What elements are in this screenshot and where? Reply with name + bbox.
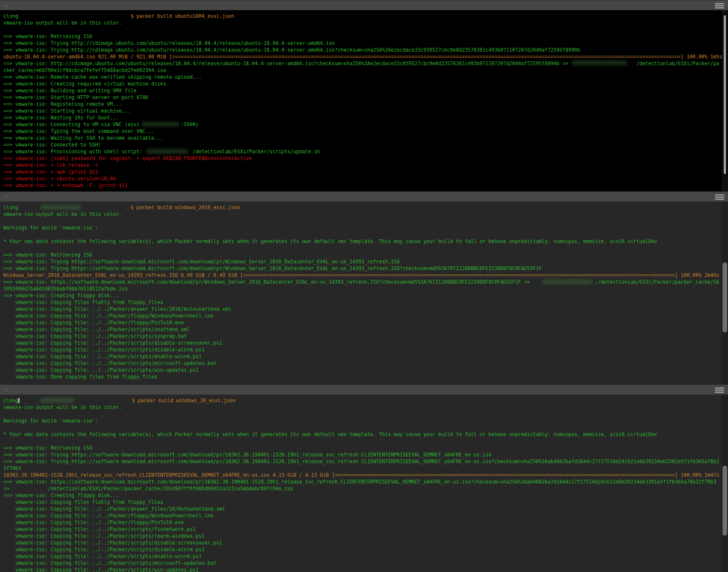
terminal-line: vmware-iso: Copying file: ../../Packer/s…: [3, 340, 728, 346]
terminal-line: vmware-iso: Copying file: ../../Packer/s…: [3, 346, 728, 353]
terminal-line: ==> vmware-iso: Typing the boot command …: [3, 128, 728, 135]
terminal-line: ==> vmware-iso: Trying https://software-…: [3, 458, 728, 465]
terminal-line: 1055098d7ba8d2d635babf6bb76518512afbde.i…: [3, 285, 728, 292]
terminal-line: ==> vmware-iso: Remote cache was verifie…: [3, 74, 728, 80]
terminal-line: Warnings for build 'vmware-iso':: [3, 224, 728, 231]
close-icon[interactable]: ✕: [3, 1, 8, 10]
terminal-line: ubuntu-18.04.4-server-amd64.iso 921.00 M…: [3, 53, 728, 60]
terminal-line: ==> vmware-iso: https://software-downloa…: [3, 478, 728, 485]
terminal-line: vmware-iso: Copying file: ../../Packer/s…: [3, 360, 728, 367]
terminal-line: ==> vmware-iso: Trying http://cdimage.ub…: [3, 40, 728, 47]
terminal-line: ==> vmware-iso: Building and writing VMX…: [3, 87, 728, 94]
terminal-line: * Your vmx data contains the following v…: [3, 238, 728, 245]
terminal-line: ==> vmware-iso: Connecting to VM via VNC…: [3, 121, 728, 128]
terminal-line: vmware-iso: Copying file: ../../Packer/s…: [3, 326, 728, 333]
terminal-output-windows2016[interactable]: clong $ packer build windows_2016_esxi.j…: [0, 202, 728, 384]
terminal-line: vmware-iso: Copying file: ../../Packer/f…: [3, 519, 728, 526]
terminal-line: vmware-iso: Copying file: ../../Packer/s…: [3, 566, 728, 572]
terminal-line: ==> vmware-iso: Retrieving ISO: [3, 251, 728, 258]
terminal-line: ==> vmware-iso: Connected to SSH!: [3, 141, 728, 148]
terminal-line: ==> vmware-iso: Trying https://software-…: [3, 258, 728, 265]
scrollbar-track[interactable]: [722, 395, 728, 572]
terminal-line: ==> vmware-iso: + ubuntu_version=18.04: [3, 175, 728, 182]
terminal-line: vmware-iso: Copying file: ../../Packer/s…: [3, 333, 728, 340]
terminal-line: => /detectionlab/ESXi/Packer/packer_cach…: [3, 485, 728, 492]
terminal-line: vmware-iso: Copying file: ../../Packer/s…: [3, 553, 728, 560]
terminal-line: vmware-iso: Copying file: ../../Packer/s…: [3, 533, 728, 539]
terminal-line: ==> vmware-iso: Waiting for SSH to becom…: [3, 135, 728, 141]
menu-icon[interactable]: [715, 3, 724, 8]
terminal-line: vmware-iso output will be in this color.: [3, 211, 728, 218]
terminal-line: vmware-iso: Copying file: ../../Packer/s…: [3, 526, 728, 533]
pane2-titlebar[interactable]: ✕: [0, 191, 728, 202]
terminal-output-ubuntu1804[interactable]: clong $ packer build ubuntu1804_esxi.jso…: [0, 10, 728, 191]
terminal-line: vmware-iso: Done copying files from flop…: [3, 373, 728, 380]
terminal-line: ==> vmware-iso: Retrieving ISO: [3, 33, 728, 40]
terminal-line: clong $ packer build windows_10_esxi.jso…: [3, 397, 728, 404]
terminal-line: ==> vmware-iso: Trying https://software-…: [3, 451, 728, 458]
terminal-line: 2f79b3: [3, 465, 728, 472]
scrollbar-thumb[interactable]: [722, 466, 727, 536]
terminal-line: vmware-iso: Copying file: ../../Packer/s…: [3, 539, 728, 546]
terminal-line: vmware-iso: Copying file: ../../Packer/s…: [3, 367, 728, 373]
terminal-line: ==> vmware-iso: Creating required virtua…: [3, 80, 728, 87]
terminal-line: vmware-iso: Copying file: ../../Packer/f…: [3, 319, 728, 326]
terminal-line: vmware-iso output will be in this color.: [3, 19, 728, 26]
close-icon[interactable]: ✕: [3, 193, 8, 201]
terminal-line: * Your vmx data contains the following v…: [3, 431, 728, 438]
terminal-line: ==> vmware-iso: + awk {print $2}: [3, 169, 728, 175]
terminal-line: ==> vmware-iso: Creating floppy disk...: [3, 292, 728, 299]
terminal-line: [3, 231, 728, 238]
terminal-output-windows10[interactable]: clong $ packer build windows_10_esxi.jso…: [0, 395, 728, 572]
close-icon[interactable]: ✕: [3, 386, 8, 394]
terminal-line: ==> vmware-iso: Retrieving ISO: [3, 445, 728, 451]
pane1-titlebar[interactable]: ✕: [0, 0, 728, 10]
terminal-line: vmware-iso: Copying files flatly from fl…: [3, 299, 728, 306]
terminal-line: vmware-iso: Copying file: ../../Packer/a…: [3, 306, 728, 312]
terminal-window: ✕ clong $ packer build ubuntu1804_esxi.j…: [0, 0, 728, 572]
terminal-line: [3, 424, 728, 431]
terminal-line: vmware-iso: Copying file: ../../Packer/f…: [3, 312, 728, 319]
terminal-line: vmware-iso output will be in this color.: [3, 404, 728, 411]
terminal-line: ==> vmware-iso: Starting virtual machine…: [3, 108, 728, 114]
pane-windows2016: ✕ clong $ packer build windows_2016_esxi…: [0, 191, 728, 384]
pane3-titlebar[interactable]: ✕: [0, 384, 728, 395]
scrollbar-track[interactable]: [722, 10, 728, 191]
terminal-line: clong $ packer build ubuntu1804_esxi.jso…: [3, 13, 728, 19]
terminal-line: ==> vmware-iso: Trying https://software-…: [3, 265, 728, 272]
scrollbar-thumb[interactable]: [722, 263, 727, 332]
scrollbar-thumb[interactable]: [724, 15, 726, 174]
terminal-line: ==> vmware-iso: Starting HTTP server on …: [3, 94, 728, 101]
terminal-line: [3, 438, 728, 445]
pane-ubuntu1804: ✕ clong $ packer build ubuntu1804_esxi.j…: [0, 0, 728, 191]
terminal-line: vmware-iso: Copying file: ../../Packer/f…: [3, 512, 728, 519]
terminal-line: ==> vmware-iso: + lsb_release -r: [3, 162, 728, 169]
terminal-line: vmware-iso: Copying file: ../../Packer/a…: [3, 506, 728, 512]
terminal-line: [3, 411, 728, 417]
terminal-line: ==> vmware-iso: Waiting 10s for boot...: [3, 114, 728, 121]
terminal-line: vmware-iso: Copying file: ../../Packer/s…: [3, 353, 728, 360]
terminal-line: [3, 218, 728, 224]
menu-icon[interactable]: [715, 387, 724, 393]
terminal-line: ==> vmware-iso: [sudo] password for vagr…: [3, 155, 728, 162]
terminal-line: ==> vmware-iso: + + echoawk -F. {print $…: [3, 182, 728, 189]
terminal-line: ==> vmware-iso: Registering remote VM...: [3, 101, 728, 108]
terminal-line: vmware-iso: Copying file: ../../Packer/s…: [3, 546, 728, 553]
terminal-line: vmware-iso: Copying files flatly from fl…: [3, 499, 728, 506]
terminal-line: [3, 245, 728, 251]
terminal-line: ==> vmware-iso: Provisioning with shell …: [3, 148, 728, 155]
scrollbar-track[interactable]: [722, 202, 728, 384]
terminal-line: ==> vmware-iso: http://cdimage.ubuntu.co…: [3, 60, 728, 67]
pane-windows10: ✕ clong $ packer build windows_10_esxi.j…: [0, 384, 728, 572]
terminal-line: [3, 26, 728, 33]
terminal-line: ==> vmware-iso: Creating floppy disk...: [3, 492, 728, 499]
terminal-line: cker_cache/e6d790e1cf0dcbca7fefef75468ac…: [3, 67, 728, 74]
menu-icon[interactable]: [715, 194, 724, 200]
terminal-line: Windows_Server_2016_Datacenter_EVAL_en-u…: [3, 272, 728, 279]
terminal-line: ==> vmware-iso: Trying http://cdimage.ub…: [3, 47, 728, 53]
terminal-line: ==> vmware-iso: https://software-downloa…: [3, 279, 728, 285]
terminal-line: vmware-iso: Copying file: ../../Packer/s…: [3, 560, 728, 566]
terminal-line: clong $ packer build windows_2016_esxi.j…: [3, 204, 728, 211]
terminal-line: Warnings for build 'vmware-iso':: [3, 417, 728, 424]
terminal-line: 18362.30.190401-1528.19h1_release_svc_re…: [3, 472, 728, 478]
